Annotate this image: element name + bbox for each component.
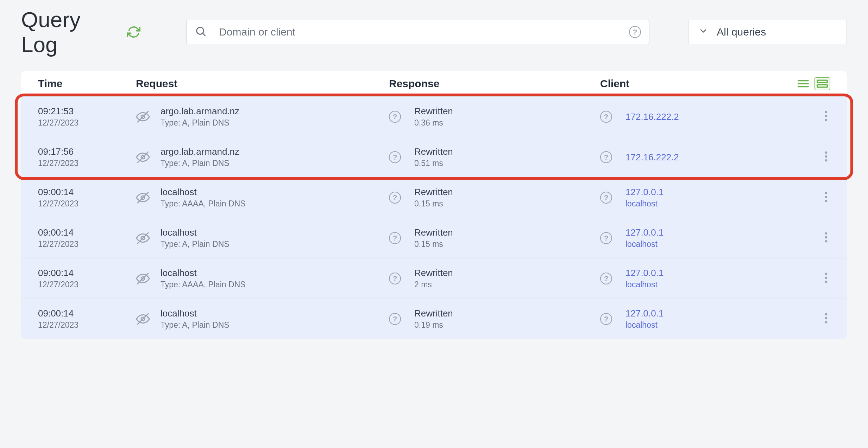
help-icon[interactable]: ?: [389, 273, 401, 284]
request-type: Type: A, Plain DNS: [161, 118, 239, 128]
help-icon[interactable]: ?: [389, 192, 401, 204]
table-row[interactable]: 09:00:14 12/27/2023 localhost Type: AAAA…: [21, 258, 847, 299]
request-domain: localhost: [161, 187, 246, 198]
response-status: Rewritten: [414, 106, 453, 117]
response-latency: 0.15 ms: [414, 239, 453, 249]
request-cell: localhost Type: A, Plain DNS: [136, 227, 389, 249]
svg-point-16: [825, 159, 828, 162]
help-icon[interactable]: ?: [389, 232, 401, 244]
time-cell: 09:00:14 12/27/2023: [38, 187, 136, 209]
more-menu-icon[interactable]: [822, 311, 830, 327]
svg-point-30: [825, 277, 828, 279]
time-value: 09:17:56: [38, 146, 136, 157]
client-ip[interactable]: 127.0.0.1: [625, 227, 663, 238]
client-ip[interactable]: 127.0.0.1: [625, 268, 663, 279]
compact-view-icon[interactable]: [795, 77, 811, 90]
more-menu-icon[interactable]: [822, 109, 830, 125]
help-icon[interactable]: ?: [600, 313, 612, 325]
client-name[interactable]: localhost: [625, 320, 663, 330]
request-type: Type: AAAA, Plain DNS: [161, 199, 246, 209]
col-header-request[interactable]: Request: [136, 78, 389, 90]
time-value: 09:00:14: [38, 268, 136, 279]
help-icon[interactable]: ?: [389, 313, 401, 325]
response-status: Rewritten: [414, 268, 453, 279]
response-latency: 0.51 ms: [414, 159, 453, 168]
svg-point-21: [825, 200, 828, 202]
svg-point-29: [825, 273, 828, 275]
col-header-client[interactable]: Client: [600, 78, 795, 90]
request-domain: localhost: [161, 227, 229, 238]
tracker-icon[interactable]: [136, 150, 150, 164]
request-cell: argo.lab.armand.nz Type: A, Plain DNS: [136, 106, 389, 128]
date-value: 12/27/2023: [38, 118, 136, 128]
help-icon[interactable]: ?: [600, 111, 612, 123]
help-icon[interactable]: ?: [629, 26, 641, 38]
svg-point-24: [825, 232, 828, 235]
help-icon[interactable]: ?: [389, 111, 401, 123]
col-header-time[interactable]: Time: [38, 78, 136, 90]
col-header-response[interactable]: Response: [389, 78, 600, 90]
table-row[interactable]: 09:17:56 12/27/2023 argo.lab.armand.nz T…: [21, 137, 847, 177]
more-menu-icon[interactable]: [822, 270, 830, 287]
help-icon[interactable]: ?: [600, 151, 612, 163]
request-domain: argo.lab.armand.nz: [161, 146, 239, 157]
response-cell: ? Rewritten 0.15 ms: [389, 187, 600, 209]
client-cell: ? 127.0.0.1 localhost: [600, 308, 822, 330]
request-cell: argo.lab.armand.nz Type: A, Plain DNS: [136, 146, 389, 168]
client-ip[interactable]: 172.16.222.2: [625, 111, 679, 122]
client-ip[interactable]: 127.0.0.1: [625, 187, 663, 198]
help-icon[interactable]: ?: [600, 192, 612, 204]
svg-point-25: [825, 236, 828, 239]
more-menu-icon[interactable]: [822, 230, 830, 246]
svg-point-35: [825, 317, 828, 320]
tracker-icon[interactable]: [136, 110, 150, 124]
client-name[interactable]: localhost: [625, 199, 663, 209]
client-name[interactable]: localhost: [625, 280, 663, 289]
table-header-row: Time Request Response Client: [21, 71, 847, 96]
client-ip[interactable]: 172.16.222.2: [625, 152, 679, 163]
request-type: Type: AAAA, Plain DNS: [161, 280, 246, 289]
svg-point-19: [825, 192, 828, 194]
response-latency: 0.15 ms: [414, 199, 453, 209]
tracker-icon[interactable]: [136, 312, 150, 326]
detailed-view-icon[interactable]: [814, 77, 830, 90]
response-cell: ? Rewritten 2 ms: [389, 268, 600, 289]
svg-point-10: [825, 115, 828, 117]
chevron-down-icon: [698, 26, 708, 38]
response-status: Rewritten: [414, 146, 453, 157]
client-cell: ? 127.0.0.1 localhost: [600, 187, 822, 209]
more-menu-icon[interactable]: [822, 190, 830, 206]
svg-point-14: [825, 151, 828, 154]
table-row[interactable]: 09:21:53 12/27/2023 argo.lab.armand.nz T…: [21, 96, 847, 137]
table-row[interactable]: 09:00:14 12/27/2023 localhost Type: AAAA…: [21, 177, 847, 218]
tracker-icon[interactable]: [136, 271, 150, 286]
help-icon[interactable]: ?: [600, 232, 612, 244]
response-cell: ? Rewritten 0.19 ms: [389, 308, 600, 330]
request-type: Type: A, Plain DNS: [161, 159, 239, 168]
filter-label: All queries: [717, 26, 766, 38]
tracker-icon[interactable]: [136, 191, 150, 205]
refresh-icon[interactable]: [127, 25, 140, 39]
response-latency: 2 ms: [414, 280, 453, 289]
time-value: 09:00:14: [38, 308, 136, 319]
filter-dropdown[interactable]: All queries: [688, 20, 847, 44]
client-ip[interactable]: 127.0.0.1: [625, 308, 663, 319]
svg-point-34: [825, 313, 828, 315]
help-icon[interactable]: ?: [600, 273, 612, 284]
response-cell: ? Rewritten 0.51 ms: [389, 146, 600, 168]
client-name[interactable]: localhost: [625, 239, 663, 249]
table-row[interactable]: 09:00:14 12/27/2023 localhost Type: A, P…: [21, 218, 847, 258]
svg-point-20: [825, 196, 828, 198]
request-domain: localhost: [161, 268, 246, 279]
help-icon[interactable]: ?: [389, 151, 401, 163]
page-title: Query Log: [21, 7, 140, 57]
search-input[interactable]: [186, 20, 649, 44]
table-row[interactable]: 09:00:14 12/27/2023 localhost Type: A, P…: [21, 299, 847, 339]
client-cell: ? 127.0.0.1 localhost: [600, 268, 822, 289]
tracker-icon[interactable]: [136, 231, 150, 245]
search-field[interactable]: ?: [186, 20, 649, 44]
svg-point-15: [825, 155, 828, 158]
svg-point-36: [825, 321, 828, 324]
svg-point-0: [197, 27, 204, 34]
more-menu-icon[interactable]: [822, 149, 830, 165]
